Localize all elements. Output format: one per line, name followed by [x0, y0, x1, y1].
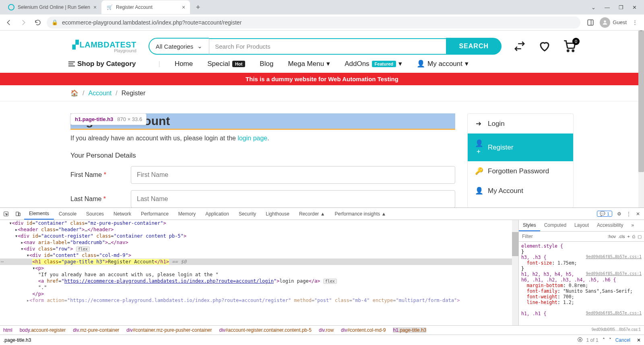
url-text: ecommerce-playground.lambdatest.io/index…	[62, 19, 242, 26]
nav-bar: Shop by Category | Home Special Hot Blog…	[0, 55, 644, 73]
styles-tab-more[interactable]: »	[627, 220, 638, 231]
nav-blog[interactable]: Blog	[260, 60, 273, 68]
address-right-controls: Guest ⋮	[584, 17, 641, 28]
close-window-icon[interactable]: ✕	[632, 4, 637, 10]
favicon-lambdatest	[8, 4, 14, 10]
close-icon[interactable]: ×	[93, 4, 97, 10]
search-input[interactable]: Search For Products	[209, 38, 446, 55]
search-cancel[interactable]: Cancel	[615, 337, 630, 343]
gear-icon[interactable]: ⚙	[617, 211, 621, 217]
styles-rules[interactable]: element.style { } 9ed09db6f85…8b57e.css:…	[519, 242, 644, 325]
sidebar-item-my-account[interactable]: 👤 My Account	[468, 181, 573, 201]
nav-addons[interactable]: AddOns Featured ▾	[345, 60, 402, 68]
forward-button[interactable]	[18, 17, 29, 28]
tab-lighthouse[interactable]: Lighthouse	[261, 208, 294, 220]
styles-tab-styles[interactable]: Styles	[519, 220, 540, 231]
minimize-icon[interactable]: —	[605, 4, 610, 10]
tab-network[interactable]: Network	[109, 208, 136, 220]
window-controls: ⌄ — ❐ ✕	[591, 4, 644, 10]
hov-toggle[interactable]: :hov	[607, 234, 616, 239]
elements-breadcrumb[interactable]: html body.account-register div.mz-pure-c…	[0, 325, 644, 335]
more-icon[interactable]: ⋮	[626, 211, 631, 217]
device-icon[interactable]	[12, 211, 24, 217]
nav-my-account[interactable]: 👤 My account ▾	[417, 60, 469, 68]
close-icon[interactable]: ✕	[637, 337, 641, 343]
cart-badge: 0	[572, 38, 580, 45]
breadcrumb-account[interactable]: Account	[88, 90, 111, 97]
search-count: 1 of 1	[586, 337, 599, 343]
nav-mega-menu[interactable]: Mega Menu ▾	[288, 60, 330, 68]
elements-search-input[interactable]	[3, 337, 574, 343]
nav-home[interactable]: Home	[175, 60, 193, 68]
tab-selenium[interactable]: Selenium Grid Online | Run Selen ×	[3, 0, 101, 14]
sidebar-item-forgotten-password[interactable]: 🔑 Forgotten Password	[468, 161, 573, 181]
back-button[interactable]	[3, 17, 14, 28]
category-dropdown[interactable]: All Categories ⌄	[149, 38, 209, 55]
styles-tab-computed[interactable]: Computed	[540, 220, 570, 231]
tab-sources[interactable]: Sources	[81, 208, 109, 220]
reload-button[interactable]	[32, 17, 43, 28]
banner: This is a dummy website for Web Automati…	[0, 73, 644, 85]
home-icon[interactable]: 🏠	[70, 89, 78, 97]
crumb-div-content: div#content.col-md-9	[341, 327, 386, 333]
menu-icon[interactable]: ⋮	[632, 19, 638, 25]
search-button[interactable]: SEARCH	[446, 38, 502, 55]
next-match-icon[interactable]: ˅	[609, 337, 611, 343]
address-bar[interactable]: 🔒 ecommerce-playground.lambdatest.io/ind…	[47, 16, 580, 29]
favicon-cart: 🛒	[106, 4, 113, 10]
clear-icon[interactable]: ⓧ	[578, 337, 582, 343]
tab-recorder[interactable]: Recorder ▲	[294, 208, 330, 220]
cls-toggle[interactable]: .cls	[618, 234, 625, 239]
tab-register[interactable]: 🛒 Register Account ×	[101, 0, 190, 14]
box-icon[interactable]: ▢	[638, 234, 642, 239]
cart-icon[interactable]: 0	[564, 40, 576, 52]
guest-chip[interactable]: Guest	[600, 17, 627, 28]
tooltip-dimensions: 870 × 33.6	[117, 116, 142, 122]
wishlist-icon[interactable]	[539, 40, 551, 52]
tab-performance-insights[interactable]: Performance insights ▲	[330, 208, 391, 220]
sidebar-item-login[interactable]: ➜ Login	[468, 114, 573, 133]
plus-icon[interactable]: +	[627, 234, 630, 239]
login-page-link[interactable]: login page	[237, 135, 267, 142]
first-name-label: First Name	[70, 171, 102, 178]
tab-security[interactable]: Security	[234, 208, 261, 220]
tab-console[interactable]: Console	[54, 208, 81, 220]
chevron-down-icon[interactable]: ⌄	[591, 4, 596, 10]
inspect-icon[interactable]	[0, 211, 12, 217]
caret-down-icon: ▾	[465, 60, 469, 68]
nav-shop-by-category[interactable]: Shop by Category	[68, 60, 136, 68]
last-name-input[interactable]	[131, 190, 455, 207]
maximize-icon[interactable]: ❐	[619, 4, 623, 10]
tab-application[interactable]: Application	[200, 208, 234, 220]
sidebar-item-register[interactable]: 👤+ Register	[468, 133, 573, 161]
nav-special[interactable]: Special Hot	[207, 60, 245, 68]
styles-filter-row: :hov .cls + ⎙ ▢	[519, 232, 644, 242]
tab-memory[interactable]: Memory	[173, 208, 200, 220]
browser-chrome: Selenium Grid Online | Run Selen × 🛒 Reg…	[0, 0, 644, 31]
prev-match-icon[interactable]: ˄	[603, 337, 605, 343]
print-icon[interactable]: ⎙	[632, 234, 635, 239]
styles-tab-accessibility[interactable]: Accessibility	[593, 220, 627, 231]
crumb-div-account-register: div#account-register.container.content.p…	[219, 327, 311, 333]
new-tab-button[interactable]: +	[192, 2, 204, 13]
search-group: All Categories ⌄ Search For Products SEA…	[149, 38, 502, 55]
tab-performance[interactable]: Performance	[136, 208, 173, 220]
page-scrollbar[interactable]: ▲	[638, 31, 644, 207]
close-icon[interactable]: ×	[182, 4, 185, 10]
logo[interactable]: ▞LAMBDATEST Playground	[72, 40, 136, 53]
tab-elements[interactable]: Elements	[24, 208, 54, 220]
styles-tab-layout[interactable]: Layout	[570, 220, 593, 231]
issues-badge[interactable]: 💬 1	[597, 211, 612, 217]
lock-icon: 🔒	[52, 19, 58, 25]
elements-panel[interactable]: ▾<div id="container" class="mz-pure-push…	[0, 220, 512, 325]
last-name-label: Last Name	[70, 195, 101, 202]
close-icon[interactable]: ✕	[636, 211, 640, 217]
elements-scrollbar[interactable]	[512, 220, 518, 325]
compare-icon[interactable]	[514, 40, 526, 52]
page-content: ▲ ▞LAMBDATEST Playground All Categories …	[0, 31, 644, 207]
panel-icon[interactable]	[587, 19, 594, 26]
styles-filter-input[interactable]	[519, 232, 605, 241]
svg-point-4	[567, 50, 569, 51]
first-name-input[interactable]	[131, 166, 455, 184]
register-icon: 👤+	[475, 139, 482, 156]
